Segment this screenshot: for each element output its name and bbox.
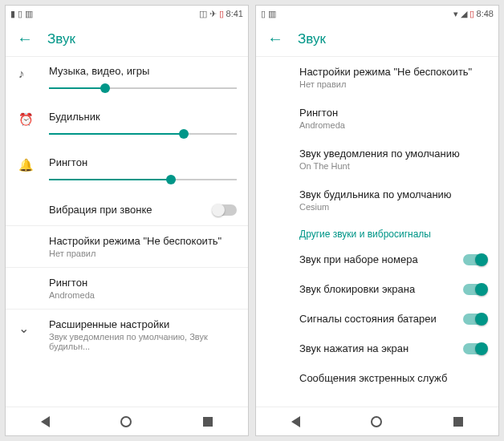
toggle-label: Звук при наборе номера — [299, 253, 463, 265]
phone-right: ▯ ▥ ▾ ◢ ▯ 8:48 ← Звук Настройки режима "… — [255, 5, 499, 436]
vibration-row[interactable]: Вибрация при звонке — [6, 194, 248, 225]
dnd-sub: Нет правил — [49, 249, 237, 258]
nav-bar — [6, 407, 248, 435]
app-bar: ← Звук — [6, 22, 248, 57]
slider-alarm[interactable]: ⏰ Будильник — [6, 103, 248, 148]
nav-home-icon[interactable] — [371, 416, 382, 427]
notification-sound-row[interactable]: Звук уведомления по умолчанию On The Hun… — [256, 139, 498, 180]
status-bar: ▮ ▯ ▥ ◫ ✈ ▯ 8:41 — [6, 6, 248, 22]
battery-icon: ▮ — [10, 9, 15, 19]
toggle-switch[interactable] — [463, 284, 487, 295]
slider-label: Музыка, видео, игры — [49, 65, 237, 77]
airplane-icon: ✈ — [209, 9, 217, 19]
nav-back-icon[interactable] — [41, 416, 50, 427]
page-title: Звук — [47, 31, 75, 47]
wifi-icon: ▾ — [453, 9, 458, 19]
advanced-sub: Звук уведомления по умолчанию, Звук буди… — [49, 332, 237, 351]
no-signal-icon: ◫ — [199, 9, 207, 19]
sd-icon: ▥ — [25, 9, 33, 19]
back-icon[interactable]: ← — [17, 30, 33, 48]
slider-label: Будильник — [49, 111, 237, 123]
alarm-volume-slider[interactable] — [49, 127, 237, 140]
bell-icon: 🔔 — [18, 158, 34, 172]
toggle-switch[interactable] — [463, 314, 487, 325]
clock: 8:48 — [477, 9, 494, 18]
row-title: Сообщения экстренных служб — [299, 372, 487, 384]
row-title: Настройки режима "Не беспокоить" — [299, 66, 487, 78]
dnd-row[interactable]: Настройки режима "Не беспокоить" Нет пра… — [6, 226, 248, 267]
dnd-row[interactable]: Настройки режима "Не беспокоить" Нет пра… — [256, 57, 498, 98]
ringtone-row[interactable]: Рингтон Andromeda — [256, 98, 498, 139]
toggle-switch[interactable] — [463, 343, 487, 354]
toggle-label: Сигналы состояния батареи — [299, 313, 463, 325]
sim-icon: ▯ — [261, 9, 266, 19]
media-volume-slider[interactable] — [49, 82, 237, 95]
toggle-label: Звук нажатия на экран — [299, 342, 463, 354]
slider-ringtone[interactable]: 🔔 Рингтон — [6, 148, 248, 194]
back-icon[interactable]: ← — [267, 30, 283, 48]
nav-bar — [256, 407, 498, 435]
toggle-lock-sound[interactable]: Звук блокировки экрана — [256, 274, 498, 304]
ringtone-sub: Andromeda — [49, 290, 237, 300]
battery-low-icon: ▯ — [469, 9, 474, 19]
toggle-label: Звук блокировки экрана — [299, 283, 463, 295]
sd-icon: ▥ — [268, 9, 276, 19]
toggle-tap-sound[interactable]: Звук нажатия на экран — [256, 334, 498, 363]
nav-recent-icon[interactable] — [203, 417, 213, 427]
toggle-dial-sound[interactable]: Звук при наборе номера — [256, 245, 498, 274]
ringtone-volume-slider[interactable] — [49, 173, 237, 186]
row-sub: Andromeda — [299, 120, 487, 130]
content-area: ♪ Музыка, видео, игры ⏰ Будильник 🔔 Ринг… — [6, 57, 248, 407]
slider-media[interactable]: ♪ Музыка, видео, игры — [6, 57, 248, 103]
ringtone-title: Рингтон — [49, 277, 237, 289]
row-sub: On The Hunt — [299, 161, 487, 171]
alarm-sound-row[interactable]: Звук будильника по умолчанию Cesium — [256, 180, 498, 220]
ringtone-row[interactable]: Рингтон Andromeda — [6, 268, 248, 309]
app-bar: ← Звук — [256, 22, 498, 57]
toggle-battery-signal[interactable]: Сигналы состояния батареи — [256, 304, 498, 334]
alarm-clock-icon: ⏰ — [18, 112, 34, 127]
clock: 8:41 — [226, 9, 243, 18]
chevron-down-icon: ⌄ — [18, 321, 29, 336]
slider-label: Рингтон — [49, 156, 237, 168]
music-note-icon: ♪ — [18, 67, 25, 80]
row-sub: Cesium — [299, 202, 487, 212]
toggle-switch[interactable] — [463, 254, 487, 265]
row-title: Звук будильника по умолчанию — [299, 188, 487, 200]
page-title: Звук — [298, 31, 326, 47]
signal-icon: ◢ — [461, 9, 467, 19]
vibration-label: Вибрация при звонке — [49, 204, 213, 216]
emergency-row[interactable]: Сообщения экстренных служб — [256, 363, 498, 393]
advanced-title: Расширенные настройки — [49, 318, 237, 330]
phone-left: ▮ ▯ ▥ ◫ ✈ ▯ 8:41 ← Звук ♪ Музыка, видео,… — [5, 5, 249, 436]
advanced-row[interactable]: ⌄ Расширенные настройки Звук уведомления… — [6, 310, 248, 360]
nav-recent-icon[interactable] — [453, 417, 463, 427]
section-header: Другие звуки и вибросигналы — [256, 220, 498, 245]
vibration-switch[interactable] — [213, 204, 237, 216]
sim-icon: ▯ — [18, 9, 22, 19]
row-title: Рингтон — [299, 107, 487, 119]
row-title: Звук уведомления по умолчанию — [299, 148, 487, 160]
dnd-title: Настройки режима "Не беспокоить" — [49, 235, 237, 247]
nav-home-icon[interactable] — [120, 416, 132, 427]
content-area: Настройки режима "Не беспокоить" Нет пра… — [256, 57, 498, 407]
status-bar: ▯ ▥ ▾ ◢ ▯ 8:48 — [256, 6, 498, 22]
battery-low-icon: ▯ — [219, 9, 224, 19]
nav-back-icon[interactable] — [291, 416, 300, 427]
row-sub: Нет правил — [299, 79, 487, 89]
